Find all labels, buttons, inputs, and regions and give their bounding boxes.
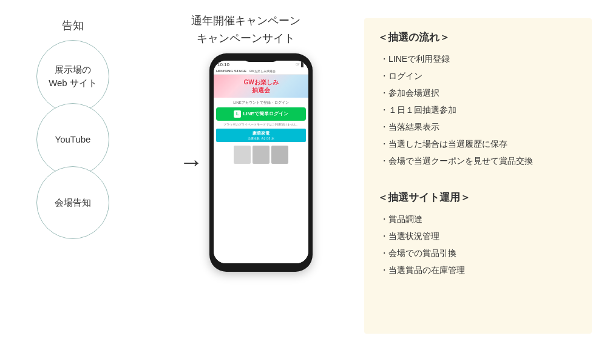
campaign-title-line2: キャンペーンサイト <box>197 32 295 44</box>
phone-screen: 10:10 ☞ ▋ HOUSING STAGE GWお楽しみ抽選会 GWお楽しみ… <box>214 61 308 263</box>
lottery-flow-title: ＜抽選の流れ＞ <box>378 30 578 44</box>
line-btn-label: LINEで簡単ログイン <box>243 110 288 117</box>
phone-header: HOUSING STAGE GWお楽しみ抽選会 <box>214 68 308 75</box>
lottery-step-6: 当選した場合は当選履歴に保存 <box>378 135 578 152</box>
arrow-phone-row: → 10:10 ☞ ▋ HOUSING STAGE GWお楽しみ抽選会 <box>140 53 352 272</box>
lottery-step-1: LINEで利用登録 <box>378 50 578 67</box>
line-icon-box: L <box>234 110 241 118</box>
lottery-step-7: 会場で当選クーポンを見せて賞品交換 <box>378 152 578 169</box>
prize-image-3 <box>271 146 288 164</box>
divider <box>378 181 578 190</box>
phone-signal: ☞ ▋ <box>296 62 305 67</box>
phone-time: 10:10 <box>217 62 229 67</box>
ops-item-2: 当選状況管理 <box>378 228 578 244</box>
gw-banner-title: GWお楽しみ 抽選会 <box>216 78 306 94</box>
main-container: 告知 展示場のWeb サイト YouTube 会場告知 通年開催キャンペーン キ… <box>0 0 607 364</box>
arrow-icon: → <box>179 149 203 176</box>
phone-banner: GWお楽しみ 抽選会 <box>214 75 308 98</box>
prize-section: 豪華家電 当選本数 合計16 本 <box>216 129 306 142</box>
site-ops-title: ＜抽選サイト運用＞ <box>378 190 578 204</box>
line-login-label: LINEアカウントで登録・ログイン <box>216 100 306 106</box>
prize-count: 当選本数 合計16 本 <box>219 136 304 140</box>
phone-content: LINEアカウントで登録・ログイン L LINEで簡単ログイン ブラウザのプライ… <box>214 98 308 263</box>
gw-title-line2: 抽選会 <box>252 87 270 93</box>
right-section: ＜抽選の流れ＞ LINEで利用登録 ログイン 参加会場選択 １日１回抽選参加 当… <box>352 12 601 340</box>
info-box: ＜抽選の流れ＞ LINEで利用登録 ログイン 参加会場選択 １日１回抽選参加 当… <box>364 18 592 334</box>
lottery-step-3: 参加会場選択 <box>378 84 578 101</box>
gw-title-line1: GWお楽しみ <box>243 79 278 86</box>
left-section: 告知 展示場のWeb サイト YouTube 会場告知 <box>6 12 140 234</box>
circle-youtube-label: YouTube <box>55 133 91 147</box>
prize-image-1 <box>234 146 251 164</box>
phone-event: GWお楽しみ抽選会 <box>249 69 276 73</box>
phone-mockup: 10:10 ☞ ▋ HOUSING STAGE GWお楽しみ抽選会 GWお楽しみ… <box>209 53 313 272</box>
site-ops-list: 賞品調達 当選状況管理 会場での賞品引換 当選賞品の在庫管理 <box>378 211 578 278</box>
lottery-step-5: 当落結果表示 <box>378 118 578 135</box>
campaign-title: 通年開催キャンペーン キャンペーンサイト <box>191 12 300 47</box>
circle-exhibition: 展示場のWeb サイト <box>36 40 109 113</box>
left-title: 告知 <box>62 18 84 33</box>
circle-exhibition-label: 展示場のWeb サイト <box>49 63 97 90</box>
circle-venue: 会場告知 <box>36 166 109 239</box>
line-login-button[interactable]: L LINEで簡単ログイン <box>216 107 306 121</box>
circle-youtube: YouTube <box>36 103 109 176</box>
circles-container: 展示場のWeb サイト YouTube 会場告知 <box>36 45 109 234</box>
lottery-step-2: ログイン <box>378 67 578 84</box>
campaign-title-line1: 通年開催キャンペーン <box>191 15 300 27</box>
browser-note: ブラウザのプライベートモードではご利用頂けません。 <box>216 123 306 127</box>
phone-brand: HOUSING STAGE <box>216 69 246 73</box>
prize-image-2 <box>253 146 270 164</box>
ops-item-4: 当選賞品の在庫管理 <box>378 261 578 278</box>
phone-notch <box>243 53 279 62</box>
prize-category: 豪華家電 <box>219 130 304 136</box>
campaign-title-area: 通年開催キャンペーン キャンペーンサイト <box>140 12 352 47</box>
ops-item-3: 会場での賞品引換 <box>378 244 578 261</box>
middle-section: 通年開催キャンペーン キャンペーンサイト → 10:10 ☞ ▋ HOUSING… <box>140 12 352 272</box>
lottery-step-4: １日１回抽選参加 <box>378 101 578 118</box>
prize-images <box>216 144 306 166</box>
line-icon: L <box>236 111 239 116</box>
circle-venue-label: 会場告知 <box>55 196 91 210</box>
lottery-flow-list: LINEで利用登録 ログイン 参加会場選択 １日１回抽選参加 当落結果表示 当選… <box>378 50 578 169</box>
ops-item-1: 賞品調達 <box>378 211 578 228</box>
